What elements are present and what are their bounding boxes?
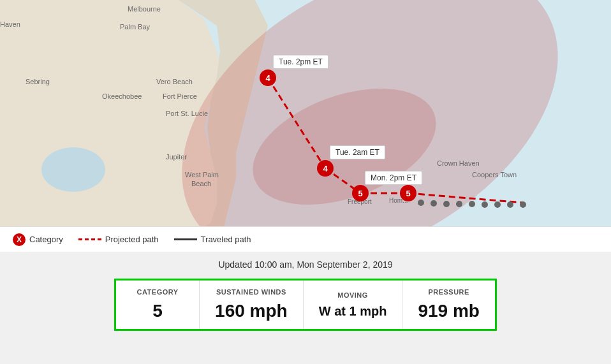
svg-text:West Palm: West Palm bbox=[185, 171, 219, 178]
svg-text:Port St. Lucie: Port St. Lucie bbox=[166, 110, 208, 117]
legend-traveled-label: Traveled path bbox=[201, 235, 251, 244]
svg-point-11 bbox=[443, 201, 450, 207]
tooltip-mon-2pm: Mon. 2pm ET bbox=[365, 171, 422, 185]
projected-path-icon bbox=[78, 238, 101, 240]
svg-text:Beach: Beach bbox=[191, 180, 211, 187]
svg-point-16 bbox=[507, 201, 513, 208]
svg-marker-1 bbox=[0, 0, 223, 249]
svg-text:Palm Bay: Palm Bay bbox=[120, 23, 151, 31]
update-time: Updated 10:00 am, Mon September 2, 2019 bbox=[218, 259, 392, 270]
stat-moving-value: W at 1 mph bbox=[319, 304, 387, 319]
stat-pressure-cell: PRESSURE 919 mb bbox=[402, 280, 495, 329]
marker-cat4-tue2pm: 4 bbox=[260, 69, 276, 86]
stat-winds-value: 160 mph bbox=[215, 301, 288, 321]
legend-projected-label: Projected path bbox=[105, 235, 159, 244]
stat-moving-cell: MOVING W at 1 mph bbox=[303, 280, 402, 329]
svg-text:Haven: Haven bbox=[0, 20, 20, 28]
map-svg: Melbourne Palm Bay Vero Beach Fort Pierc… bbox=[0, 0, 611, 249]
svg-point-9 bbox=[418, 200, 424, 206]
svg-text:Jupiter: Jupiter bbox=[166, 153, 187, 161]
stat-moving-label: MOVING bbox=[337, 291, 368, 299]
svg-point-15 bbox=[494, 201, 501, 208]
svg-text:Fort Pierce: Fort Pierce bbox=[163, 92, 197, 100]
stats-row: CATEGORY 5 SUSTAINED WINDS 160 mph MOVIN… bbox=[114, 279, 497, 331]
svg-text:Okeechobee: Okeechobee bbox=[102, 92, 142, 100]
svg-text:Coopers Town: Coopers Town bbox=[472, 171, 517, 178]
marker-cat5-mon2pm-1: 5 bbox=[352, 185, 369, 201]
tooltip-tue-2am: Tue. 2am ET bbox=[330, 145, 385, 159]
svg-text:Crown Haven: Crown Haven bbox=[437, 159, 480, 167]
stat-category-label: CATEGORY bbox=[137, 288, 179, 296]
legend-category-label: Category bbox=[29, 235, 63, 244]
stat-pressure-value: 919 mb bbox=[418, 301, 480, 321]
stat-category-value: 5 bbox=[152, 301, 163, 321]
marker-cat4-tue2am: 4 bbox=[317, 160, 334, 177]
marker-cat5-mon2pm-2: 5 bbox=[400, 185, 416, 201]
svg-point-12 bbox=[456, 201, 462, 207]
svg-point-34 bbox=[41, 147, 105, 192]
tooltip-tue-2pm: Tue. 2pm ET bbox=[273, 55, 328, 69]
stat-pressure-label: PRESSURE bbox=[428, 288, 469, 296]
legend-projected: Projected path bbox=[78, 235, 159, 244]
svg-text:Vero Beach: Vero Beach bbox=[156, 78, 193, 85]
map-container: Melbourne Palm Bay Vero Beach Fort Pierc… bbox=[0, 0, 611, 249]
stat-winds-label: SUSTAINED WINDS bbox=[216, 288, 286, 296]
svg-text:Sebring: Sebring bbox=[26, 78, 50, 85]
svg-text:Melbourne: Melbourne bbox=[128, 5, 161, 13]
category-x-icon: X bbox=[13, 233, 26, 246]
traveled-path-icon bbox=[174, 238, 197, 240]
legend-category: X Category bbox=[13, 233, 63, 246]
svg-point-17 bbox=[520, 201, 526, 208]
legend-traveled: Traveled path bbox=[174, 235, 251, 244]
stat-category-cell: CATEGORY 5 bbox=[116, 280, 199, 329]
legend-bar: X Category Projected path Traveled path bbox=[0, 226, 611, 252]
svg-point-13 bbox=[469, 201, 475, 207]
svg-point-14 bbox=[482, 201, 488, 208]
stat-winds-cell: SUSTAINED WINDS 160 mph bbox=[199, 280, 303, 329]
bottom-panel: Updated 10:00 am, Mon September 2, 2019 … bbox=[0, 252, 611, 364]
svg-point-10 bbox=[431, 200, 437, 207]
